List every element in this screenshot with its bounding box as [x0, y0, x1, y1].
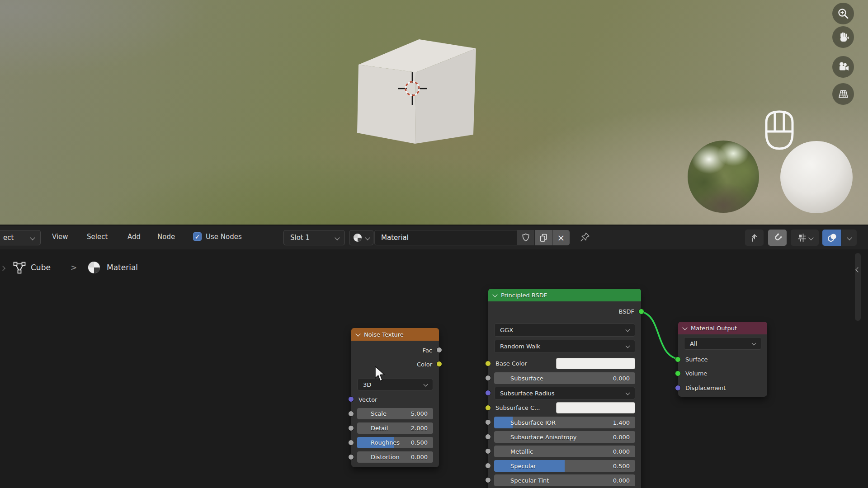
- material-name-group: Material ×: [374, 230, 570, 245]
- subsurface-color-swatch[interactable]: [556, 402, 635, 413]
- zoom-gizmo-button[interactable]: [832, 3, 854, 24]
- subsurface-ior-slider[interactable]: Subsurface IOR 1.400: [494, 417, 635, 428]
- menu-add[interactable]: Add: [127, 233, 141, 241]
- chevron-down-icon[interactable]: [355, 331, 360, 336]
- socket-subsurface-ior-input[interactable]: [485, 419, 491, 425]
- scale-slider[interactable]: Scale 5.000: [357, 408, 433, 419]
- node-noise-texture[interactable]: Noise Texture Fac Color 3D Vector Scale …: [351, 328, 439, 467]
- menu-view[interactable]: View: [52, 233, 68, 241]
- socket-distortion-input[interactable]: [348, 454, 354, 460]
- breadcrumb-material: Material: [107, 263, 138, 272]
- check-icon: ✓: [195, 233, 200, 240]
- snap-target-dropdown[interactable]: [791, 230, 819, 246]
- socket-fac-output[interactable]: [436, 347, 442, 353]
- socket-subsurface-color-input[interactable]: [485, 405, 491, 411]
- socket-specular-input[interactable]: [485, 463, 491, 469]
- distortion-slider[interactable]: Distortion 0.000: [357, 451, 433, 463]
- use-nodes-label: Use Nodes: [206, 233, 242, 241]
- socket-subsurface-radius-input[interactable]: [485, 390, 491, 396]
- snap-toggle-button[interactable]: [768, 230, 787, 246]
- detail-slider[interactable]: Detail 2.000: [357, 422, 433, 434]
- chevron-down-icon: [808, 235, 813, 240]
- chevron-down-icon: [30, 235, 35, 240]
- material-slot-dropdown[interactable]: Slot 1: [283, 230, 345, 245]
- socket-volume-input[interactable]: [675, 371, 681, 376]
- node-header[interactable]: Noise Texture: [351, 328, 439, 341]
- menu-select[interactable]: Select: [87, 233, 108, 241]
- chevron-down-icon[interactable]: [682, 325, 687, 330]
- new-material-button[interactable]: [535, 230, 552, 245]
- sidebar-collapse-strip[interactable]: [855, 253, 861, 321]
- perspective-gizmo-button[interactable]: [832, 83, 854, 105]
- socket-base-color-input[interactable]: [485, 361, 491, 366]
- slider-value: 2.000: [411, 425, 433, 432]
- close-icon: ×: [557, 232, 565, 243]
- shading-preview-dropdown[interactable]: [842, 230, 857, 246]
- hand-icon: [837, 31, 849, 43]
- chevron-down-icon: [626, 390, 630, 395]
- chevron-down-icon: [626, 328, 630, 332]
- target-dropdown[interactable]: All: [684, 337, 761, 350]
- socket-subsurface-input[interactable]: [485, 375, 491, 381]
- subsurface-anisotropy-slider[interactable]: Subsurface Anisotropy 0.000: [494, 431, 635, 443]
- cursor-3d: [394, 70, 430, 107]
- magnet-icon: [772, 232, 783, 243]
- material-name-field[interactable]: Material: [374, 230, 517, 245]
- socket-scale-input[interactable]: [348, 411, 354, 417]
- pan-gizmo-button[interactable]: [832, 26, 854, 48]
- arrow-up-icon: [749, 232, 760, 243]
- specular-tint-slider[interactable]: Specular Tint 0.000: [494, 474, 635, 486]
- distribution-value: GGX: [500, 327, 513, 333]
- subsurface-method-dropdown[interactable]: Random Walk: [494, 340, 635, 353]
- slider-value: 5.000: [411, 410, 433, 417]
- slider-label: Specular Tint: [494, 477, 613, 484]
- browse-material-button[interactable]: [349, 230, 373, 245]
- socket-surface-input[interactable]: [675, 357, 681, 362]
- viewport-3d[interactable]: [0, 0, 868, 225]
- chevron-down-icon: [335, 235, 340, 240]
- socket-color-output[interactable]: [436, 361, 442, 367]
- unlink-material-button[interactable]: ×: [552, 230, 570, 245]
- mouse-cursor: [374, 366, 389, 382]
- camera-view-gizmo-button[interactable]: [832, 56, 854, 78]
- node-material-output[interactable]: Material Output All Surface Volume Displ…: [678, 322, 767, 397]
- subsurface-radius-dropdown[interactable]: Subsurface Radius: [494, 387, 635, 399]
- menu-node[interactable]: Node: [157, 233, 175, 241]
- node-principled-bsdf[interactable]: Principled BSDF BSDF GGX Random Walk Bas…: [488, 289, 641, 488]
- slider-value: 0.500: [613, 463, 635, 469]
- mesh-data-icon: [11, 259, 28, 277]
- shading-preview-toggle-button[interactable]: [822, 230, 841, 246]
- socket-roughness-input[interactable]: [348, 440, 354, 446]
- roughness-slider[interactable]: Roughnes 0.500: [357, 437, 433, 448]
- chevron-down-icon[interactable]: [492, 292, 497, 297]
- slider-label: Subsurface IOR: [494, 419, 613, 426]
- socket-metallic-input[interactable]: [485, 448, 491, 454]
- subsurface-color-label: Subsurface C...: [495, 404, 540, 411]
- shader-type-dropdown[interactable]: ect: [0, 230, 41, 245]
- socket-vector-input[interactable]: [348, 396, 354, 402]
- input-displacement-label: Displacement: [685, 385, 726, 391]
- socket-subsurface-anisotropy-input[interactable]: [485, 434, 491, 440]
- socket-detail-input[interactable]: [348, 425, 354, 431]
- go-to-parent-node-tree-button[interactable]: [745, 230, 764, 246]
- metallic-slider[interactable]: Metallic 0.000: [494, 446, 635, 457]
- socket-displacement-input[interactable]: [675, 385, 681, 391]
- node-header[interactable]: Material Output: [678, 322, 767, 334]
- use-nodes-checkbox[interactable]: ✓: [193, 232, 202, 241]
- fake-user-button[interactable]: [517, 230, 534, 245]
- snap-grid-icon: [797, 232, 807, 243]
- slider-label: Specular: [494, 463, 613, 469]
- distribution-dropdown[interactable]: GGX: [494, 324, 635, 337]
- specular-slider[interactable]: Specular 0.500: [494, 460, 635, 472]
- socket-bsdf-output[interactable]: [638, 309, 644, 314]
- socket-specular-tint-input[interactable]: [485, 477, 491, 483]
- base-color-swatch[interactable]: [556, 358, 635, 369]
- node-header[interactable]: Principled BSDF: [488, 289, 641, 301]
- input-vector-label: Vector: [359, 396, 377, 403]
- slider-label: Scale: [357, 410, 411, 417]
- pin-icon[interactable]: [579, 231, 591, 244]
- mouse-overlay-icon: [762, 108, 797, 151]
- slider-value: 0.000: [411, 454, 433, 460]
- dimensions-dropdown[interactable]: 3D: [357, 379, 433, 390]
- subsurface-slider[interactable]: Subsurface 0.000: [494, 372, 635, 384]
